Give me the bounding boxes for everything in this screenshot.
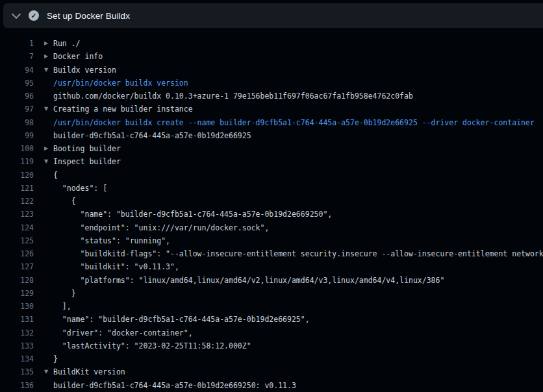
log-row: 122 { [0, 195, 543, 208]
log-group-row[interactable]: 100 ▶Booting builder [0, 142, 543, 155]
log-row: 99 builder-d9cfb5a1-c764-445a-a57e-0b19d… [0, 129, 543, 142]
log-row: 126 "buildkitd-flags": "--allow-insecure… [0, 247, 543, 260]
log-row: 121 "nodes": [ [0, 182, 543, 195]
log-row: 131 "name": "builder-d9cfb5a1-c764-445a-… [0, 313, 543, 326]
log-group-row[interactable]: 1 ▶Run ./ [0, 37, 543, 50]
line-number[interactable]: 132 [0, 326, 34, 339]
log-row: 127 "buildkit": "v0.11.3", [0, 260, 543, 273]
log-text: { [53, 195, 76, 208]
triangle-right-icon: ▶ [44, 142, 53, 155]
success-check-icon: ✓ [29, 10, 39, 21]
line-number[interactable]: 94 [0, 64, 34, 77]
line-number[interactable]: 134 [0, 352, 34, 365]
log-text: github.com/docker/buildx 0.10.3+azure-1 … [53, 90, 413, 103]
log-row: 130 ], [0, 300, 543, 313]
log-text: } [53, 287, 76, 300]
line-number[interactable]: 130 [0, 300, 34, 313]
log-text: Buildx version [53, 64, 116, 77]
triangle-down-icon: ▼ [44, 103, 53, 116]
step-header[interactable]: ✓ Set up Docker Buildx [3, 3, 543, 28]
log-text: "endpoint": "unix:///var/run/docker.sock… [53, 221, 269, 234]
log-row: 128 "platforms": "linux/amd64,linux/amd6… [0, 274, 543, 287]
log-text: "name": "builder-d9cfb5a1-c764-445a-a57e… [53, 208, 332, 221]
log-text: "nodes": [ [53, 182, 107, 195]
line-number[interactable]: 97 [0, 103, 34, 116]
line-number[interactable]: 119 [0, 155, 34, 168]
line-number[interactable]: 131 [0, 313, 34, 326]
log-row: 132 "driver": "docker-container", [0, 326, 543, 339]
log-text: /usr/bin/docker buildx version [53, 77, 188, 90]
log-group-row[interactable]: 97 ▼Creating a new builder instance [0, 103, 543, 116]
line-number[interactable]: 122 [0, 195, 34, 208]
line-number[interactable]: 136 [0, 379, 34, 392]
triangle-down-icon: ▼ [44, 64, 53, 77]
log-text: Docker info [53, 50, 103, 63]
log-row: 96 github.com/docker/buildx 0.10.3+azure… [0, 90, 543, 103]
line-number[interactable]: 123 [0, 208, 34, 221]
log-text: "driver": "docker-container", [53, 326, 193, 339]
log-row: 129 } [0, 287, 543, 300]
line-number[interactable]: 126 [0, 247, 34, 260]
log-text: /usr/bin/docker buildx create --name bui… [53, 116, 535, 129]
log-row: 136 builder-d9cfb5a1-c764-445a-a57e-0b19… [0, 379, 543, 392]
log-row: 123 "name": "builder-d9cfb5a1-c764-445a-… [0, 208, 543, 221]
triangle-right-icon: ▶ [44, 37, 53, 50]
step-title: Set up Docker Buildx [47, 11, 130, 21]
log-text: Run ./ [53, 37, 81, 50]
line-number[interactable]: 98 [0, 116, 34, 129]
log-text: "name": "builder-d9cfb5a1-c764-445a-a57e… [53, 313, 310, 326]
log-text: { [53, 169, 58, 182]
log-text: "platforms": "linux/amd64,linux/amd64/v2… [53, 274, 444, 287]
log-group-row[interactable]: 7 ▶Docker info [0, 50, 543, 63]
line-number[interactable]: 133 [0, 339, 34, 352]
chevron-down-icon [11, 10, 20, 19]
log-row: 134 } [0, 352, 543, 365]
log-row: 124 "endpoint": "unix:///var/run/docker.… [0, 221, 543, 234]
log-text: BuildKit version [53, 365, 125, 378]
log-text: Inspect builder [53, 155, 121, 168]
log-text: Creating a new builder instance [53, 103, 193, 116]
log-row: 133 "lastActivity": "2023-02-25T11:58:12… [0, 339, 543, 352]
log-row: 98 /usr/bin/docker buildx create --name … [0, 116, 543, 129]
collapse-toggle[interactable] [10, 10, 22, 22]
log-row: 95 /usr/bin/docker buildx version [0, 77, 543, 90]
log-text: "buildkit": "v0.11.3", [53, 260, 179, 273]
triangle-right-icon: ▶ [44, 50, 53, 63]
log-text: ], [53, 300, 71, 313]
log-text: "buildkitd-flags": "--allow-insecure-ent… [53, 247, 543, 260]
line-number[interactable]: 95 [0, 77, 34, 90]
log-text: Booting builder [53, 142, 121, 155]
line-number[interactable]: 120 [0, 169, 34, 182]
line-number[interactable]: 124 [0, 221, 34, 234]
log-group-row[interactable]: 135 ▼BuildKit version [0, 365, 543, 378]
log-text: builder-d9cfb5a1-c764-445a-a57e-0b19d2e6… [53, 129, 251, 142]
triangle-down-icon: ▼ [44, 365, 53, 378]
triangle-down-icon: ▼ [44, 155, 53, 168]
log-text: "lastActivity": "2023-02-25T11:58:12.000… [53, 339, 251, 352]
log-text: builder-d9cfb5a1-c764-445a-a57e-0b19d2e6… [53, 379, 296, 392]
log-row: 120 { [0, 169, 543, 182]
log-text: } [53, 352, 58, 365]
line-number[interactable]: 129 [0, 287, 34, 300]
line-number[interactable]: 7 [0, 50, 34, 63]
line-number[interactable]: 99 [0, 129, 34, 142]
line-number[interactable]: 121 [0, 182, 34, 195]
line-number[interactable]: 135 [0, 365, 34, 378]
line-number[interactable]: 127 [0, 260, 34, 273]
log-group-row[interactable]: 94 ▼Buildx version [0, 64, 543, 77]
line-number[interactable]: 1 [0, 37, 34, 50]
line-number[interactable]: 125 [0, 234, 34, 247]
line-number[interactable]: 128 [0, 274, 34, 287]
line-number[interactable]: 100 [0, 142, 34, 155]
log-group-row[interactable]: 119 ▼Inspect builder [0, 155, 543, 168]
log-text: "status": "running", [53, 234, 170, 247]
log-lines: 1 ▶Run ./ 7 ▶Docker info 94 ▼Buildx vers… [0, 28, 543, 392]
log-row: 125 "status": "running", [0, 234, 543, 247]
line-number[interactable]: 96 [0, 90, 34, 103]
